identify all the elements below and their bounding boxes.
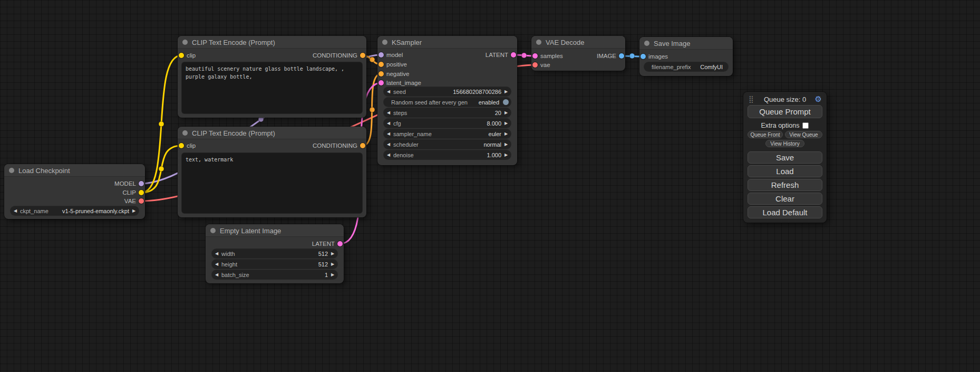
steps-widget[interactable]: ◀ steps 20 ▶ xyxy=(384,108,511,117)
denoise-widget[interactable]: ◀ denoise 1.000 ▶ xyxy=(384,150,511,159)
node-collapse-dot[interactable] xyxy=(536,40,541,45)
node-title-bar[interactable]: Save Image xyxy=(639,37,733,50)
output-slot-vae[interactable] xyxy=(139,198,144,204)
node-vae-decode[interactable]: VAE Decode samples vae IMAGE xyxy=(531,36,625,71)
node-title-bar[interactable]: CLIP Text Encode (Prompt) xyxy=(178,127,366,139)
save-button[interactable]: Save xyxy=(748,151,822,164)
node-title-bar[interactable]: VAE Decode xyxy=(531,36,625,49)
decrement-arrow-icon[interactable]: ◀ xyxy=(212,260,221,269)
increment-arrow-icon[interactable]: ▶ xyxy=(501,150,511,159)
widget-value: 156680208700286 xyxy=(453,89,501,95)
cfg-widget[interactable]: ◀ cfg 8.000 ▶ xyxy=(384,119,511,128)
node-title-bar[interactable]: Load Checkpoint xyxy=(4,164,145,177)
node-empty-latent-image[interactable]: Empty Latent Image LATENT ◀ width 512 ▶ … xyxy=(206,224,344,283)
node-collapse-dot[interactable] xyxy=(9,168,14,173)
widget-name: Random seed after every gen xyxy=(391,99,468,106)
decrement-arrow-icon[interactable]: ◀ xyxy=(384,150,393,159)
prompt-textarea[interactable]: text, watermark xyxy=(182,153,362,213)
output-slot-conditioning[interactable] xyxy=(360,143,365,148)
widget-value: euler xyxy=(489,131,501,137)
node-collapse-dot[interactable] xyxy=(210,228,216,233)
node-title-bar[interactable]: CLIP Text Encode (Prompt) xyxy=(178,36,366,49)
input-slot-vae[interactable] xyxy=(532,62,538,68)
prev-value-arrow-icon[interactable]: ◀ xyxy=(11,206,20,215)
input-slot-clip[interactable] xyxy=(179,143,184,148)
node-collapse-dot[interactable] xyxy=(644,41,649,46)
input-slot-clip[interactable] xyxy=(179,53,184,58)
input-slot-latent-image[interactable] xyxy=(379,80,384,85)
settings-gear-icon[interactable]: ⚙ xyxy=(815,95,822,103)
refresh-button[interactable]: Refresh xyxy=(748,179,822,191)
widget-value: 20 xyxy=(495,110,501,116)
queue-front-button[interactable]: Queue Front xyxy=(748,131,783,138)
link-midpoint-dot-latent-ksampler xyxy=(521,53,527,58)
node-ksampler[interactable]: KSampler model positive negative latent_… xyxy=(377,36,517,165)
node-load-checkpoint[interactable]: Load Checkpoint MODEL CLIP VAE ◀ ckpt_na… xyxy=(4,164,145,219)
view-queue-button[interactable]: View Queue xyxy=(785,131,822,138)
toggle-indicator-dot[interactable] xyxy=(503,99,509,105)
output-slot-conditioning[interactable] xyxy=(360,53,365,58)
increment-arrow-icon[interactable]: ▶ xyxy=(501,119,511,128)
link-midpoint-dot-cond-negative xyxy=(370,107,375,112)
output-slot-image[interactable] xyxy=(619,53,624,59)
increment-arrow-icon[interactable]: ▶ xyxy=(501,108,511,117)
node-clip-text-encode-negative[interactable]: CLIP Text Encode (Prompt) clip CONDITION… xyxy=(178,127,366,217)
output-slot-clip[interactable] xyxy=(139,190,144,195)
increment-arrow-icon[interactable]: ▶ xyxy=(328,270,337,279)
increment-arrow-icon[interactable]: ▶ xyxy=(328,260,337,269)
increment-arrow-icon[interactable]: ▶ xyxy=(501,87,511,96)
node-title-bar[interactable]: KSampler xyxy=(377,36,517,49)
output-slot-latent[interactable] xyxy=(511,52,516,58)
input-slot-negative[interactable] xyxy=(379,71,384,77)
filename-prefix-widget[interactable]: filename_prefix ComfyUI xyxy=(644,62,728,71)
widget-value: normal xyxy=(483,141,501,148)
random-seed-toggle-widget[interactable]: Random seed after every gen enabled xyxy=(384,98,511,107)
next-value-arrow-icon[interactable]: ▶ xyxy=(501,140,511,149)
input-slot-model[interactable] xyxy=(379,52,384,58)
input-slot-samples[interactable] xyxy=(532,53,538,59)
input-slot-positive[interactable] xyxy=(379,62,384,67)
batch-size-widget[interactable]: ◀ batch_size 1 ▶ xyxy=(212,270,337,279)
extra-options-checkbox[interactable] xyxy=(802,122,809,129)
node-save-image[interactable]: Save Image images filename_prefix ComfyU… xyxy=(639,37,733,76)
widget-value: ComfyUI xyxy=(700,64,723,70)
graph-canvas[interactable]: { "colors": { "model": "#B39DDB", "clip"… xyxy=(0,0,980,372)
decrement-arrow-icon[interactable]: ◀ xyxy=(384,108,393,117)
extra-options-row: Extra options xyxy=(743,122,827,129)
decrement-arrow-icon[interactable]: ◀ xyxy=(212,249,221,258)
sampler-name-widget[interactable]: ◀ sampler_name euler ▶ xyxy=(384,129,511,138)
node-title-bar[interactable]: Empty Latent Image xyxy=(206,224,344,237)
link-midpoint-dot-clip-negative xyxy=(159,166,164,171)
next-value-arrow-icon[interactable]: ▶ xyxy=(501,129,511,138)
node-title: Save Image xyxy=(654,40,690,47)
decrement-arrow-icon[interactable]: ◀ xyxy=(384,119,393,128)
decrement-arrow-icon[interactable]: ◀ xyxy=(384,87,393,96)
node-collapse-dot[interactable] xyxy=(182,130,188,136)
width-widget[interactable]: ◀ width 512 ▶ xyxy=(212,249,337,258)
scheduler-widget[interactable]: ◀ scheduler normal ▶ xyxy=(384,140,511,149)
load-default-button[interactable]: Load Default xyxy=(748,206,822,218)
load-button[interactable]: Load xyxy=(748,165,822,177)
output-slot-latent[interactable] xyxy=(337,241,343,246)
node-clip-text-encode-positive[interactable]: CLIP Text Encode (Prompt) clip CONDITION… xyxy=(178,36,366,118)
increment-arrow-icon[interactable]: ▶ xyxy=(328,249,337,258)
queue-prompt-button[interactable]: Queue Prompt xyxy=(748,105,822,118)
input-slot-images[interactable] xyxy=(641,54,646,59)
prev-value-arrow-icon[interactable]: ◀ xyxy=(384,140,393,149)
link-midpoint-dot-image xyxy=(629,53,635,59)
input-label-positive: positive xyxy=(386,61,407,68)
seed-widget[interactable]: ◀ seed 156680208700286 ▶ xyxy=(384,87,511,96)
prompt-textarea[interactable]: beautiful scenery nature glass bottle la… xyxy=(182,62,362,113)
prev-value-arrow-icon[interactable]: ◀ xyxy=(384,129,393,138)
node-collapse-dot[interactable] xyxy=(382,40,387,45)
decrement-arrow-icon[interactable]: ◀ xyxy=(212,270,221,279)
widget-value: 512 xyxy=(318,261,328,268)
ckpt-name-widget[interactable]: ◀ ckpt_name v1-5-pruned-emaonly.ckpt ▶ xyxy=(11,206,139,215)
output-slot-model[interactable] xyxy=(139,181,144,186)
height-widget[interactable]: ◀ height 512 ▶ xyxy=(212,260,337,269)
node-collapse-dot[interactable] xyxy=(182,40,188,45)
clear-button[interactable]: Clear xyxy=(748,193,822,205)
view-history-button[interactable]: View History xyxy=(765,140,804,147)
next-value-arrow-icon[interactable]: ▶ xyxy=(129,206,139,215)
node-title: KSampler xyxy=(392,39,422,46)
